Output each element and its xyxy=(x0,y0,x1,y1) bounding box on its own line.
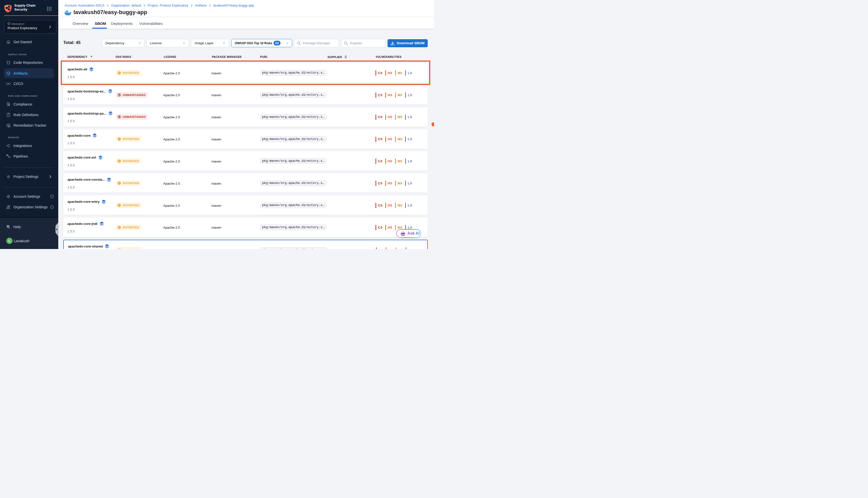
svg-text:?: ? xyxy=(8,225,9,227)
